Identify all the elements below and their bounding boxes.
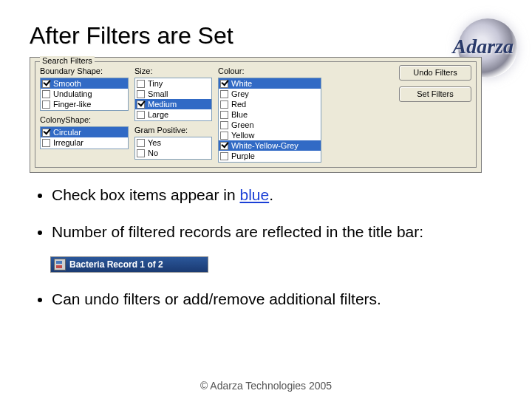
checkbox-icon[interactable] <box>220 121 228 129</box>
checkbox-icon[interactable] <box>137 149 145 157</box>
checkbox-icon[interactable] <box>42 90 50 98</box>
checkbox-icon[interactable] <box>137 80 145 88</box>
set-filters-button[interactable]: Set Filters <box>399 86 471 102</box>
undo-filters-button[interactable]: Undo Filters <box>399 65 471 81</box>
list-item[interactable]: Finger-like <box>41 99 128 109</box>
search-filters-panel: Search Filters Boundary Shape: SmoothUnd… <box>30 57 482 173</box>
checkbox-icon[interactable] <box>220 80 228 88</box>
checkbox-icon[interactable] <box>220 142 228 150</box>
bullet-2: Number of filtered records are reflected… <box>52 223 502 241</box>
window-icon <box>54 259 66 270</box>
bullet-list-2: Can undo filters or add/remove additiona… <box>30 290 502 308</box>
list-item-label: Small <box>148 89 168 99</box>
bullet-1: Check box items appear in blue. <box>52 186 502 204</box>
list-item-label: Irregular <box>53 137 83 148</box>
list-item-label: Smooth <box>53 78 81 89</box>
list-item[interactable]: No <box>135 148 211 158</box>
list-item[interactable]: Yellow <box>219 130 321 140</box>
list-item[interactable]: Purple <box>219 151 321 161</box>
list-item-label: Yes <box>148 137 161 148</box>
checkbox-icon[interactable] <box>137 111 145 119</box>
search-filters-fieldset: Search Filters Boundary Shape: SmoothUnd… <box>35 61 477 168</box>
checkbox-icon[interactable] <box>220 152 228 160</box>
list-item-label: Purple <box>231 151 255 161</box>
checkbox-icon[interactable] <box>220 90 228 98</box>
list-item[interactable]: Medium <box>135 99 211 109</box>
list-item[interactable]: Small <box>135 89 211 99</box>
checkbox-icon[interactable] <box>42 100 50 109</box>
titlebar-example: Bacteria Record 1 of 2 <box>50 256 208 273</box>
gram-listbox[interactable]: YesNo <box>134 137 212 160</box>
bullet-1-post: . <box>269 186 273 203</box>
list-item[interactable]: Yes <box>135 137 211 148</box>
list-item-label: Yellow <box>231 130 254 140</box>
blue-word: blue <box>239 186 269 203</box>
colony-label: ColonyShape: <box>40 115 129 124</box>
list-item-label: Undulating <box>53 89 92 99</box>
checkbox-icon[interactable] <box>220 111 228 119</box>
list-item[interactable]: White <box>219 78 321 89</box>
list-item[interactable]: Tiny <box>135 78 211 89</box>
checkbox-icon[interactable] <box>137 100 145 109</box>
list-item-label: Medium <box>148 99 177 109</box>
list-item-label: Finger-like <box>53 99 91 109</box>
colony-listbox[interactable]: CircularIrregular <box>40 126 129 149</box>
checkbox-icon[interactable] <box>42 80 50 88</box>
list-item[interactable]: Undulating <box>41 89 128 99</box>
titlebar-caption: Bacteria Record 1 of 2 <box>69 259 163 270</box>
checkbox-icon[interactable] <box>137 139 145 147</box>
size-listbox[interactable]: TinySmallMediumLarge <box>134 78 212 121</box>
checkbox-icon[interactable] <box>42 129 50 137</box>
list-item-label: White-Yellow-Grey <box>231 140 299 151</box>
bullet-3: Can undo filters or add/remove additiona… <box>52 290 502 308</box>
list-item[interactable]: Large <box>135 109 211 120</box>
bullet-list: Check box items appear in blue. Number o… <box>30 186 502 241</box>
list-item-label: Large <box>148 109 168 120</box>
list-item-label: Red <box>231 99 246 109</box>
size-label: Size: <box>134 66 212 75</box>
boundary-label: Boundary Shape: <box>40 66 129 75</box>
list-item-label: Tiny <box>148 78 163 89</box>
fieldset-legend: Search Filters <box>40 56 95 65</box>
checkbox-icon[interactable] <box>137 90 145 98</box>
list-item[interactable]: Smooth <box>41 78 128 89</box>
list-item-label: Circular <box>53 127 81 137</box>
gram-label: Gram Positive: <box>134 126 212 134</box>
list-item[interactable]: Circular <box>41 127 128 137</box>
logo-text: Adarza <box>453 35 514 58</box>
copyright-footer: © Adarza Technologies 2005 <box>0 380 532 392</box>
boundary-listbox[interactable]: SmoothUndulatingFinger-like <box>40 78 129 111</box>
checkbox-icon[interactable] <box>42 139 50 147</box>
checkbox-icon[interactable] <box>220 132 228 140</box>
colour-label: Colour: <box>218 66 321 75</box>
list-item-label: Grey <box>231 89 249 99</box>
list-item[interactable]: White-Yellow-Grey <box>219 140 321 151</box>
list-item-label: Blue <box>231 109 248 120</box>
list-item-label: No <box>148 148 158 158</box>
list-item[interactable]: Green <box>219 120 321 130</box>
list-item[interactable]: Red <box>219 99 321 109</box>
list-item-label: Green <box>231 120 254 130</box>
list-item[interactable]: Blue <box>219 109 321 120</box>
colour-listbox[interactable]: WhiteGreyRedBlueGreenYellowWhite-Yellow-… <box>218 78 321 163</box>
checkbox-icon[interactable] <box>220 100 228 109</box>
list-item[interactable]: Grey <box>219 89 321 99</box>
bullet-1-pre: Check box items appear in <box>52 186 239 203</box>
list-item-label: White <box>231 78 252 89</box>
list-item[interactable]: Irregular <box>41 137 128 148</box>
